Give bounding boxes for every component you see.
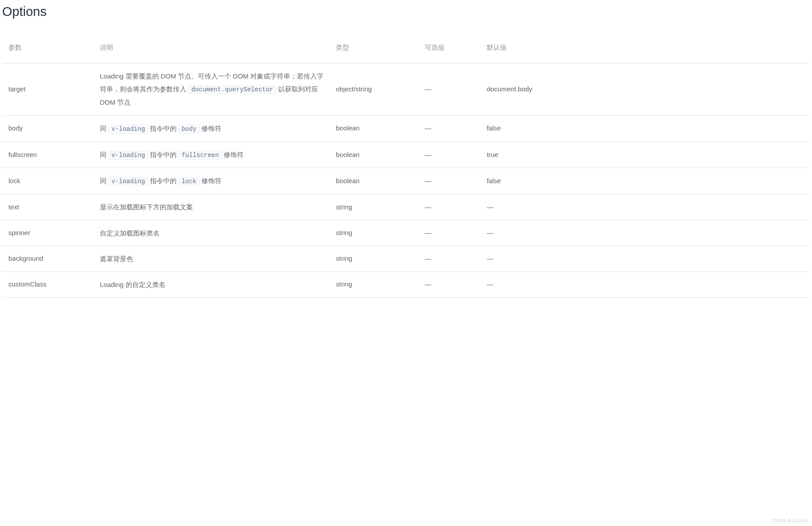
cell-param: body xyxy=(2,115,94,141)
desc-text: 修饰符 xyxy=(200,177,221,184)
cell-desc: Loading 需要覆盖的 DOM 节点。可传入一个 DOM 对象或字符串；若传… xyxy=(94,63,330,115)
table-row: customClassLoading 的自定义类名string—— xyxy=(2,272,810,298)
table-row: text显示在加载图标下方的加载文案string—— xyxy=(2,194,810,220)
inline-code: document.querySelector xyxy=(188,85,276,94)
desc-text: 修饰符 xyxy=(222,151,244,158)
desc-text: 显示在加载图标下方的加载文案 xyxy=(100,203,193,211)
cell-acceptable: — xyxy=(418,220,481,246)
cell-param: target xyxy=(2,63,94,115)
inline-code: fullscreen xyxy=(178,151,222,160)
cell-type: string xyxy=(330,220,418,246)
cell-type: boolean xyxy=(330,141,418,168)
cell-param: customClass xyxy=(2,272,94,298)
cell-default: document.body xyxy=(481,63,810,115)
cell-param: text xyxy=(2,194,94,220)
header-default: 默认值 xyxy=(481,32,810,63)
cell-acceptable: — xyxy=(418,168,481,194)
cell-acceptable: — xyxy=(418,63,481,115)
desc-text: 同 xyxy=(100,151,108,158)
table-row: lock同 v-loading 指令中的 lock 修饰符boolean—fal… xyxy=(2,168,810,194)
cell-default: — xyxy=(481,194,810,220)
table-row: targetLoading 需要覆盖的 DOM 节点。可传入一个 DOM 对象或… xyxy=(2,63,810,115)
cell-acceptable: — xyxy=(418,115,481,141)
cell-desc: 同 v-loading 指令中的 body 修饰符 xyxy=(94,115,330,141)
inline-code: v-loading xyxy=(108,177,148,186)
cell-default: false xyxy=(481,168,810,194)
cell-acceptable: — xyxy=(418,272,481,298)
cell-acceptable: — xyxy=(418,194,481,220)
header-acceptable: 可选值 xyxy=(418,32,481,63)
desc-text: 同 xyxy=(100,125,108,132)
cell-desc: 遮罩背景色 xyxy=(94,246,330,271)
cell-default: — xyxy=(481,246,810,271)
cell-acceptable: — xyxy=(418,141,481,168)
cell-param: spinner xyxy=(2,220,94,246)
desc-text: Loading 的自定义类名 xyxy=(100,281,166,288)
cell-param: lock xyxy=(2,168,94,194)
header-desc: 说明 xyxy=(94,32,330,63)
desc-text: 指令中的 xyxy=(148,177,178,184)
inline-code: v-loading xyxy=(108,125,148,133)
desc-text: 修饰符 xyxy=(200,125,221,132)
table-row: fullscreen同 v-loading 指令中的 fullscreen 修饰… xyxy=(2,141,810,168)
table-row: body同 v-loading 指令中的 body 修饰符boolean—fal… xyxy=(2,115,810,141)
cell-type: boolean xyxy=(330,115,418,141)
desc-text: 同 xyxy=(100,177,108,184)
desc-text: 指令中的 xyxy=(148,125,178,132)
table-row: background遮罩背景色string—— xyxy=(2,246,810,271)
cell-param: background xyxy=(2,246,94,271)
cell-desc: 自定义加载图标类名 xyxy=(94,220,330,246)
inline-code: lock xyxy=(178,177,200,186)
table-header-row: 参数 说明 类型 可选值 默认值 xyxy=(2,32,810,63)
cell-desc: 同 v-loading 指令中的 fullscreen 修饰符 xyxy=(94,141,330,168)
page-title: Options xyxy=(2,4,810,19)
inline-code: v-loading xyxy=(108,151,148,160)
cell-type: object/string xyxy=(330,63,418,115)
cell-default: — xyxy=(481,220,810,246)
cell-default: true xyxy=(481,141,810,168)
header-type: 类型 xyxy=(330,32,418,63)
cell-type: string xyxy=(330,272,418,298)
desc-text: 自定义加载图标类名 xyxy=(100,229,160,237)
cell-acceptable: — xyxy=(418,246,481,271)
desc-text: 指令中的 xyxy=(148,151,178,158)
cell-default: — xyxy=(481,272,810,298)
header-param: 参数 xyxy=(2,32,94,63)
cell-type: boolean xyxy=(330,168,418,194)
cell-default: false xyxy=(481,115,810,141)
cell-type: string xyxy=(330,246,418,271)
cell-desc: 同 v-loading 指令中的 lock 修饰符 xyxy=(94,168,330,194)
cell-desc: Loading 的自定义类名 xyxy=(94,272,330,298)
cell-type: string xyxy=(330,194,418,220)
options-table: 参数 说明 类型 可选值 默认值 targetLoading 需要覆盖的 DOM… xyxy=(2,32,810,298)
table-row: spinner自定义加载图标类名string—— xyxy=(2,220,810,246)
cell-param: fullscreen xyxy=(2,141,94,168)
desc-text: 遮罩背景色 xyxy=(100,255,133,263)
cell-desc: 显示在加载图标下方的加载文案 xyxy=(94,194,330,220)
inline-code: body xyxy=(178,125,200,133)
